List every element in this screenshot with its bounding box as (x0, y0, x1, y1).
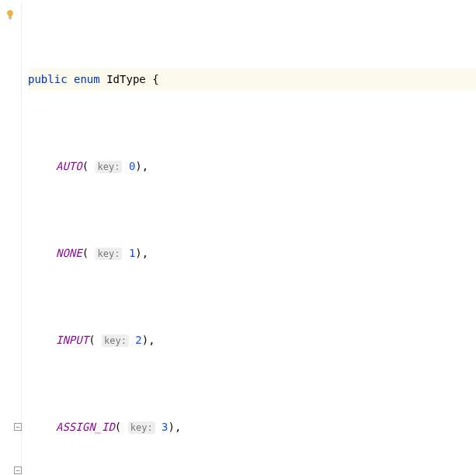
enum-constant: AUTO (56, 160, 82, 172)
keyword-enum: enum (74, 73, 100, 85)
param-hint: key: (96, 161, 123, 173)
code-line: INPUT( key: 2), (28, 329, 476, 351)
editor-gutter: − − (0, 3, 23, 475)
code-line: public enum IdType { (28, 68, 476, 90)
enum-constant: INPUT (56, 334, 89, 346)
number-literal: 3 (162, 421, 168, 433)
intention-bulb-icon[interactable] (5, 9, 16, 20)
enum-constant: NONE (56, 247, 82, 259)
param-hint: key: (102, 335, 129, 347)
param-hint: key: (96, 248, 123, 260)
code-line: AUTO( key: 0), (28, 155, 476, 177)
code-line: NONE( key: 1), (28, 242, 476, 264)
code-editor[interactable]: − − public enum IdType { AUTO( key: 0), … (0, 0, 476, 475)
fold-toggle-icon[interactable]: − (14, 423, 22, 431)
param-hint: key: (128, 421, 155, 434)
keyword-public: public (28, 73, 68, 85)
number-literal: 2 (135, 334, 141, 346)
code-area[interactable]: public enum IdType { AUTO( key: 0), NONE… (23, 3, 476, 475)
brace-open: { (152, 73, 158, 85)
type-name: IdType (106, 73, 146, 85)
fold-toggle-icon[interactable]: − (14, 466, 22, 474)
enum-constant: ASSIGN_ID (56, 421, 115, 433)
svg-rect-1 (9, 19, 12, 19)
code-line: ASSIGN_ID( key: 3), (28, 416, 476, 438)
svg-rect-0 (9, 17, 12, 18)
